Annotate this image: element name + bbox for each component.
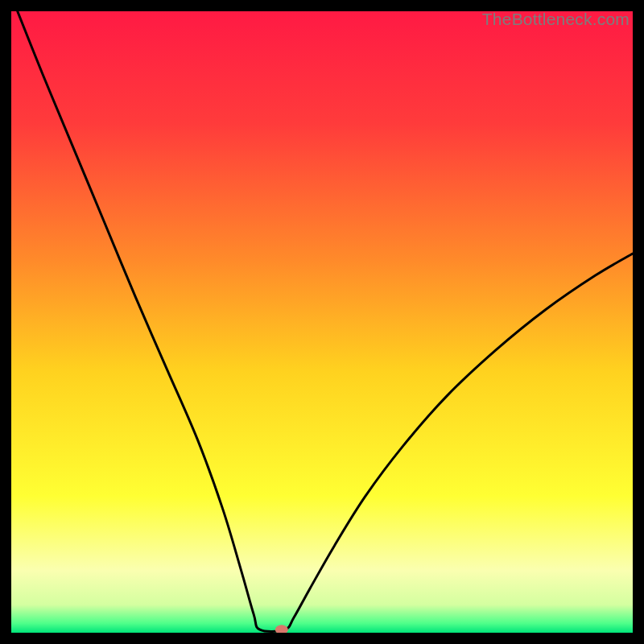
chart-frame: TheBottleneck.com xyxy=(11,11,633,633)
watermark-text: TheBottleneck.com xyxy=(482,10,630,29)
bottleneck-chart xyxy=(11,11,633,633)
heat-gradient-background xyxy=(11,11,633,633)
